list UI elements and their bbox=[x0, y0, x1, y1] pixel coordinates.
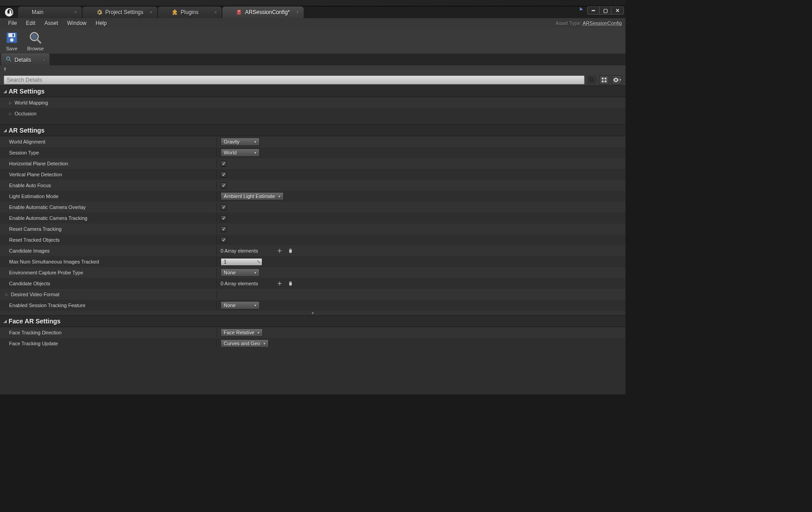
svg-rect-4 bbox=[12, 34, 14, 36]
tab-project-settings[interactable]: Project Settings × bbox=[83, 6, 157, 18]
chevron-right-icon: ▷ bbox=[9, 112, 12, 116]
dropdown-world-alignment[interactable]: Gravity bbox=[221, 138, 260, 146]
expand-advanced-icon[interactable]: ▼ bbox=[0, 311, 625, 315]
close-icon[interactable]: × bbox=[74, 10, 77, 15]
maximize-button[interactable]: ▢ bbox=[600, 7, 611, 14]
category-title: AR Settings bbox=[9, 127, 44, 134]
svg-line-12 bbox=[593, 81, 595, 83]
add-icon[interactable] bbox=[276, 280, 283, 287]
checkbox-auto-cam-overlay[interactable]: ✓ bbox=[221, 204, 226, 210]
dropdown-light-estimation[interactable]: Ambient Light Estimate bbox=[221, 192, 284, 200]
checkbox-auto-cam-tracking[interactable]: ✓ bbox=[221, 215, 226, 221]
browse-icon bbox=[28, 30, 43, 45]
label-horizontal-plane: Horizontal Plane Detection bbox=[0, 159, 217, 168]
menu-help[interactable]: Help bbox=[91, 20, 112, 26]
array-count-candidate-images: 0 Array elements bbox=[221, 248, 258, 254]
tab-arsessionconfig[interactable]: ARSessionConfig* × bbox=[222, 6, 304, 18]
plug-icon bbox=[172, 9, 178, 15]
window-buttons: ━ ▢ ✕ bbox=[587, 6, 624, 15]
details-body: ◢ AR Settings ▷ World Mapping ▷ Occlusio… bbox=[0, 85, 625, 394]
unreal-logo-icon bbox=[0, 6, 18, 18]
pin-icon[interactable] bbox=[3, 66, 7, 74]
save-button[interactable]: Save bbox=[5, 30, 19, 51]
category-ar-settings-2[interactable]: ◢ AR Settings bbox=[0, 124, 625, 136]
add-icon[interactable] bbox=[276, 248, 283, 254]
menu-window[interactable]: Window bbox=[63, 20, 91, 26]
label-session-tracking-feature: Enabled Session Tracking Feature bbox=[0, 301, 217, 310]
search-icon[interactable] bbox=[587, 75, 596, 85]
svg-rect-14 bbox=[605, 78, 606, 80]
category-title: Face AR Settings bbox=[9, 318, 61, 325]
close-button[interactable]: ✕ bbox=[611, 7, 623, 14]
svg-point-7 bbox=[32, 34, 38, 40]
close-icon[interactable]: × bbox=[43, 58, 45, 62]
svg-rect-16 bbox=[605, 80, 606, 82]
menu-bar: File Edit Asset Window Help Asset Type: … bbox=[0, 18, 625, 28]
dropdown-face-update[interactable]: Curves and Geo bbox=[221, 339, 269, 348]
dropdown-session-tracking-feature[interactable]: None bbox=[221, 301, 260, 309]
label-candidate-objects: Candidate Objects bbox=[0, 279, 217, 288]
minimize-button[interactable]: ━ bbox=[588, 7, 600, 14]
details-tab[interactable]: Details × bbox=[1, 54, 49, 65]
close-icon[interactable]: × bbox=[296, 10, 299, 15]
label-face-direction: Face Tracking Direction bbox=[0, 328, 217, 337]
details-icon bbox=[5, 56, 12, 64]
checkbox-auto-focus[interactable]: ✓ bbox=[221, 183, 226, 189]
tab-label: Main bbox=[32, 9, 44, 15]
checkbox-horizontal-plane[interactable]: ✓ bbox=[221, 161, 226, 167]
input-max-images[interactable]: 1 bbox=[221, 258, 262, 266]
label-session-type: Session Type bbox=[0, 148, 217, 157]
toolbar: Save Browse bbox=[0, 28, 625, 54]
label-desired-video[interactable]: ▷ Desired Video Format bbox=[0, 290, 217, 299]
label-light-estimation: Light Estimation Mode bbox=[0, 192, 217, 201]
sub-label: World Mapping bbox=[15, 100, 48, 105]
close-icon[interactable]: × bbox=[150, 10, 153, 15]
label-reset-cam-tracking: Reset Camera Tracking bbox=[0, 224, 217, 234]
close-icon[interactable]: × bbox=[214, 10, 217, 15]
search-input[interactable] bbox=[4, 75, 585, 85]
tab-main[interactable]: Main × bbox=[18, 6, 82, 18]
microbar bbox=[0, 65, 625, 75]
gear-icon bbox=[96, 9, 103, 15]
chevron-down-icon: ◢ bbox=[4, 128, 7, 133]
subcat-world-mapping[interactable]: ▷ World Mapping bbox=[0, 97, 625, 108]
title-strip bbox=[0, 0, 625, 6]
dropdown-session-type[interactable]: World bbox=[221, 149, 260, 157]
trash-icon[interactable] bbox=[287, 248, 294, 254]
checkbox-reset-tracked-obj[interactable]: ✓ bbox=[221, 237, 226, 243]
tool-label: Save bbox=[6, 46, 17, 51]
label-env-probe: Environment Capture Probe Type bbox=[0, 268, 217, 277]
trash-icon[interactable] bbox=[287, 280, 294, 287]
category-ar-settings-1[interactable]: ◢ AR Settings bbox=[0, 85, 625, 97]
svg-line-8 bbox=[37, 40, 41, 43]
panel-label: Details bbox=[15, 57, 31, 63]
asset-type-value[interactable]: ARSessionConfig bbox=[583, 20, 622, 26]
dropdown-env-probe[interactable]: None bbox=[221, 268, 260, 277]
tab-label: Plugins bbox=[181, 9, 198, 15]
subcat-occlusion[interactable]: ▷ Occlusion bbox=[0, 108, 625, 119]
asset-icon bbox=[236, 9, 242, 15]
menu-edit[interactable]: Edit bbox=[21, 20, 40, 26]
sub-label: Occlusion bbox=[15, 111, 36, 116]
chevron-right-icon: ▷ bbox=[9, 101, 12, 105]
visibility-button[interactable]: ▾ bbox=[612, 75, 622, 85]
checkbox-vertical-plane[interactable]: ✓ bbox=[221, 172, 226, 178]
dropdown-face-direction[interactable]: Face Relative bbox=[221, 328, 263, 337]
tab-plugins[interactable]: Plugins × bbox=[158, 6, 221, 18]
label-auto-focus: Enable Auto Focus bbox=[0, 181, 217, 190]
svg-rect-15 bbox=[602, 80, 604, 82]
menu-file[interactable]: File bbox=[4, 20, 21, 26]
grid-view-button[interactable] bbox=[599, 75, 609, 85]
chevron-down-icon: ◢ bbox=[4, 89, 7, 94]
checkbox-reset-cam-tracking[interactable]: ✓ bbox=[221, 226, 226, 232]
tab-label: ARSessionConfig* bbox=[245, 9, 290, 15]
bookmark-icon[interactable] bbox=[576, 6, 584, 14]
svg-rect-1 bbox=[238, 11, 240, 11]
label-candidate-images: Candidate Images bbox=[0, 246, 217, 255]
browse-button[interactable]: Browse bbox=[27, 30, 44, 51]
menu-asset[interactable]: Asset bbox=[40, 20, 63, 26]
category-face-ar-settings[interactable]: ◢ Face AR Settings bbox=[0, 315, 625, 327]
svg-rect-0 bbox=[237, 10, 241, 15]
svg-point-5 bbox=[10, 38, 14, 42]
label-vertical-plane: Vertical Plane Detection bbox=[0, 170, 217, 179]
